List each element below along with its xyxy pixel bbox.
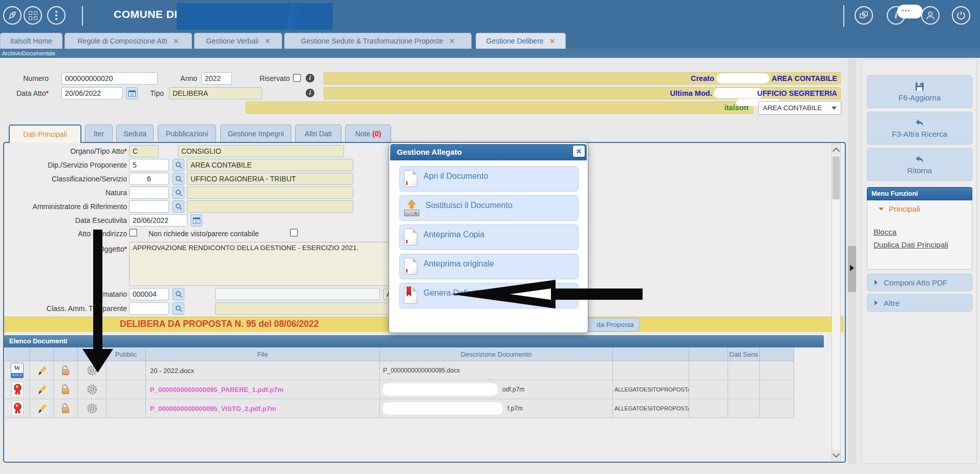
tab-altri-dati[interactable]: Altri Dati: [295, 125, 342, 142]
firmatario-field[interactable]: 000004: [129, 288, 169, 300]
natura-desc-field: [187, 187, 353, 199]
unlock-icon[interactable]: [61, 365, 70, 376]
close-icon[interactable]: ✕: [572, 145, 585, 157]
edit-pencil-icon[interactable]: [36, 384, 47, 395]
file-link[interactable]: P_0000000000000095_PARERE_1.pdf.p7m: [146, 386, 284, 394]
natura-field[interactable]: [129, 187, 169, 199]
tab-label: Gestione Verbali: [206, 37, 259, 45]
tab-gestione-delibere[interactable]: Gestione Delibere ✕: [476, 33, 566, 49]
organo-desc-field: CONSIGLIO: [178, 145, 344, 157]
duplica-dati-link[interactable]: Duplica Dati Principali: [874, 240, 966, 250]
gear-icon[interactable]: [87, 403, 98, 414]
altre-section[interactable]: Altre: [867, 294, 972, 312]
class-field[interactable]: 6: [129, 173, 169, 185]
info-icon[interactable]: i: [306, 74, 314, 83]
table-cell: [30, 380, 54, 399]
creato-field: Creato AREA CONTABILE: [324, 72, 841, 85]
edit-pencil-icon[interactable]: [36, 365, 47, 376]
edit-pencil-icon[interactable]: [36, 403, 47, 414]
f3-altra-ricerca-button[interactable]: F3-Altra Ricerca: [867, 112, 972, 145]
firmatario-name-field[interactable]: [215, 288, 380, 300]
signed-p7m-icon[interactable]: [11, 401, 24, 416]
close-icon[interactable]: ✕: [550, 37, 556, 45]
power-icon[interactable]: [952, 6, 970, 25]
blocca-link[interactable]: Blocca: [874, 227, 966, 237]
extra-cell: [689, 399, 728, 418]
search-icon[interactable]: [173, 302, 184, 315]
anno-field[interactable]: 2022: [201, 72, 232, 85]
tab-iter[interactable]: Iter: [85, 125, 113, 142]
sostituisci-documento-item[interactable]: Sostituisci il Documento: [399, 195, 579, 221]
save-icon: [914, 81, 925, 92]
genera-definitivo-item[interactable]: Genera Definitivo: [399, 283, 579, 308]
info-icon[interactable]: i: [306, 89, 314, 97]
riservato-checkbox[interactable]: [293, 74, 301, 82]
unlock-icon[interactable]: [61, 384, 70, 395]
signed-p7m-icon[interactable]: [11, 382, 24, 397]
docx-file-icon[interactable]: WDOCX: [11, 363, 24, 378]
visto-checkbox[interactable]: [290, 229, 298, 237]
oggetto-label: Oggetto*: [51, 245, 127, 253]
numero-field[interactable]: 000000000020: [61, 72, 158, 85]
close-icon[interactable]: ✕: [265, 37, 270, 45]
f6-aggiorna-button[interactable]: F6-Aggiorna: [867, 75, 972, 108]
amministratore-desc-field: [187, 200, 353, 213]
scroll-down-button[interactable]: [832, 450, 840, 461]
tab-note[interactable]: Note(0): [345, 125, 391, 142]
scrollbar-thumb[interactable]: [833, 156, 840, 199]
back-arrow-icon: [914, 118, 925, 128]
close-icon[interactable]: ✕: [449, 37, 455, 45]
notification-badge[interactable]: ...: [897, 5, 923, 18]
organo-field[interactable]: C: [129, 145, 159, 157]
dip-field[interactable]: 5: [129, 159, 169, 171]
search-icon[interactable]: [173, 173, 184, 185]
col-gear: [78, 347, 106, 361]
tab-regole-composizione[interactable]: Regole di Composizione Atti ✕: [65, 33, 192, 49]
redaction-blob: [382, 402, 503, 415]
header-divider-right: [843, 5, 844, 27]
anteprima-originale-item[interactable]: Anteprima originale: [399, 254, 579, 279]
table-cell: [78, 399, 106, 418]
amministratore-field[interactable]: [129, 200, 169, 213]
data-esecutivita-field[interactable]: 20/06/2022: [129, 214, 187, 226]
scroll-up-button[interactable]: [832, 144, 840, 155]
unlock-icon[interactable]: [61, 403, 70, 414]
main-scrollbar[interactable]: [832, 143, 841, 461]
area-dropdown[interactable]: AREA CONTABILE: [758, 101, 841, 115]
gear-icon[interactable]: [87, 365, 98, 376]
search-icon[interactable]: [173, 288, 184, 300]
search-icon[interactable]: [173, 200, 184, 213]
anteprima-copia-item[interactable]: Anteprima Copia: [399, 224, 579, 250]
data-atto-field[interactable]: 20/06/2022: [61, 87, 123, 99]
apps-grid-icon[interactable]: [24, 6, 42, 25]
windows-switch-icon[interactable]: [855, 6, 873, 25]
calendar-icon[interactable]: [190, 214, 202, 226]
search-icon[interactable]: [173, 187, 184, 199]
elenco-documenti-header: Elenco Documenti: [4, 335, 824, 347]
more-options-icon[interactable]: [47, 6, 66, 25]
tab-gestione-impegni[interactable]: Gestione Impegni: [220, 125, 291, 142]
trasparente-field[interactable]: [129, 302, 169, 315]
principali-toggle[interactable]: Principali: [867, 200, 972, 213]
atto-indirizzo-checkbox[interactable]: [129, 229, 137, 237]
file-link[interactable]: P_0000000000000095_VISTO_2.pdf.p7m: [146, 405, 276, 413]
tab-gestione-sedute[interactable]: Gestione Sedute & Trasformazione Propost…: [284, 33, 472, 49]
expand-panel-icon[interactable]: [850, 265, 854, 271]
search-icon[interactable]: [173, 159, 184, 171]
tab-label: Regole di Composizione Atti: [77, 37, 167, 45]
tab-pubblicazioni[interactable]: Pubblicazioni: [158, 125, 216, 142]
tab-gestione-verbali[interactable]: Gestione Verbali ✕: [194, 33, 282, 49]
modal-title: Gestione Allegato: [390, 144, 587, 160]
close-icon[interactable]: ✕: [174, 37, 179, 45]
tab-label: Note: [355, 130, 371, 138]
ritorna-button[interactable]: Ritorna: [867, 148, 972, 181]
tab-seduta[interactable]: Seduta: [116, 125, 154, 142]
panel-splitter[interactable]: [848, 59, 856, 464]
tab-italsoft-home[interactable]: italsoft Home: [0, 33, 62, 49]
user-icon[interactable]: [921, 6, 940, 25]
tab-dati-principali[interactable]: Dati Principali: [9, 125, 81, 143]
apri-documento-item[interactable]: Apri il Documento: [399, 166, 579, 192]
gear-icon[interactable]: [87, 384, 98, 395]
rocket-icon[interactable]: [3, 6, 22, 25]
componi-atto-pdf-section[interactable]: Componi Atto PDF: [867, 274, 972, 291]
